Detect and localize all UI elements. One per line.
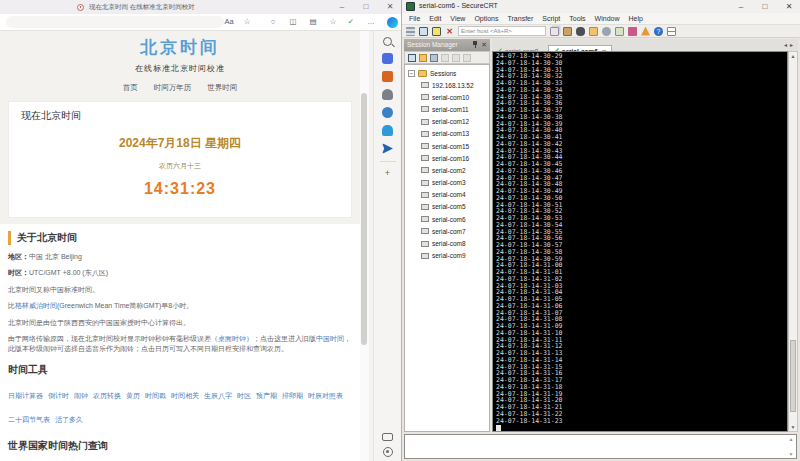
screenshot-icon[interactable]: [382, 433, 393, 441]
gmt-link[interactable]: 格林威治时间: [15, 302, 57, 309]
find-icon[interactable]: [576, 27, 585, 36]
connect-session-icon[interactable]: [408, 54, 416, 62]
session-tree-item[interactable]: serial-com3: [405, 177, 489, 189]
cloud-icon[interactable]: [382, 125, 393, 136]
menu-item[interactable]: Options: [474, 15, 498, 22]
securecrt-close-icon[interactable]: ✕: [782, 1, 796, 12]
scroll-up-icon[interactable]: ▲: [789, 436, 794, 442]
cut-icon[interactable]: [441, 54, 449, 62]
china-time-link[interactable]: 中国时间: [316, 335, 344, 342]
session-tree-item[interactable]: serial-com15: [405, 140, 489, 152]
tool-link[interactable]: 倒计时: [48, 391, 69, 402]
split-screen-icon[interactable]: ◫: [287, 17, 299, 26]
session-tree-item[interactable]: serial-com11: [405, 103, 489, 115]
add-sidebar-icon[interactable]: +: [385, 169, 390, 178]
session-tree-item[interactable]: serial-com2: [405, 164, 489, 176]
copilot-icon[interactable]: [387, 17, 398, 28]
browser-tab[interactable]: 现在北京时间 在线标准北京时间校对: [89, 3, 195, 12]
address-bar[interactable]: [6, 16, 224, 28]
more-menu-icon[interactable]: …: [365, 17, 377, 26]
nav-link[interactable]: 时间万年历: [154, 83, 192, 92]
paste-icon[interactable]: [563, 27, 572, 36]
securecrt-maximize-icon[interactable]: □: [758, 1, 772, 12]
paper-plane-icon[interactable]: [382, 143, 393, 154]
keymap-icon[interactable]: [628, 27, 637, 36]
page-scrollbar[interactable]: [360, 31, 369, 461]
tool-link[interactable]: 活了多久: [55, 415, 83, 426]
menu-item[interactable]: Tools: [569, 15, 585, 22]
session-properties-icon[interactable]: [430, 54, 438, 62]
menu-item[interactable]: Transfer: [508, 15, 534, 22]
scroll-down-icon[interactable]: ▼: [789, 451, 794, 457]
collections-icon[interactable]: ▤: [307, 17, 319, 26]
desktop-clock-link[interactable]: 桌面时钟: [218, 335, 246, 342]
transfer-folder-icon[interactable]: [589, 27, 598, 36]
scroll-down-icon[interactable]: ▼: [789, 424, 797, 430]
new-folder-icon[interactable]: [419, 54, 427, 62]
menu-item[interactable]: Help: [628, 15, 642, 22]
tool-link[interactable]: 生辰八字: [204, 391, 232, 402]
pin-icon[interactable]: [472, 41, 478, 48]
session-tree-item[interactable]: serial-com9: [405, 250, 489, 262]
command-window[interactable]: ▲ ▼: [404, 434, 797, 459]
tab-scroll-arrows[interactable]: ◂▸: [784, 41, 796, 48]
tool-link[interactable]: 时辰对照表: [308, 391, 343, 402]
search-icon[interactable]: [383, 37, 392, 46]
session-options-icon[interactable]: [602, 27, 611, 36]
session-tree-item[interactable]: serial-com10: [405, 91, 489, 103]
menu-item[interactable]: Script: [542, 15, 560, 22]
window-layout-icon[interactable]: [667, 27, 676, 36]
tree-expander-icon[interactable]: −: [408, 70, 415, 77]
nav-link[interactable]: 首页: [123, 83, 138, 92]
nav-link[interactable]: 世界时间: [207, 83, 237, 92]
settings-gear-icon[interactable]: [383, 447, 393, 457]
page-scrollbar-thumb[interactable]: [361, 93, 367, 345]
browser-essentials-icon[interactable]: ○: [267, 17, 279, 26]
disconnect-icon[interactable]: ✕: [445, 27, 454, 36]
help-icon[interactable]: ?: [654, 27, 663, 36]
tools-gear-icon[interactable]: [382, 107, 393, 118]
people-icon[interactable]: [382, 89, 393, 100]
tool-link[interactable]: 时间相关: [171, 391, 199, 402]
session-tree-item[interactable]: serial-com6: [405, 213, 489, 225]
session-tree-item[interactable]: serial-com4: [405, 189, 489, 201]
session-tree-item[interactable]: serial-com16: [405, 152, 489, 164]
tag-icon[interactable]: [382, 53, 393, 64]
browser-maximize-icon[interactable]: □: [359, 1, 373, 13]
menu-item[interactable]: View: [450, 15, 465, 22]
menu-item[interactable]: Window: [595, 15, 620, 22]
browser-close-icon[interactable]: ✕: [383, 1, 397, 13]
browser-minimize-icon[interactable]: –: [335, 1, 349, 13]
menu-item[interactable]: Edit: [429, 15, 441, 22]
tool-link[interactable]: 时区: [237, 391, 251, 402]
connect-icon[interactable]: [419, 27, 428, 36]
menu-item[interactable]: File: [409, 15, 420, 22]
session-tree-item[interactable]: serial-com7: [405, 225, 489, 237]
favorites-icon[interactable]: ☆: [241, 17, 253, 26]
session-tree-item[interactable]: serial-com12: [405, 116, 489, 128]
session-tree-item[interactable]: serial-com5: [405, 201, 489, 213]
session-tree-item[interactable]: 192.168.13.52: [405, 79, 489, 91]
tool-link[interactable]: 黄历: [126, 391, 140, 402]
sync-icon[interactable]: ✓: [345, 17, 357, 26]
session-tree-item[interactable]: serial-com8: [405, 237, 489, 249]
paste-session-icon[interactable]: [463, 54, 471, 62]
copy-icon[interactable]: [550, 27, 559, 36]
tool-link[interactable]: 时间戳: [145, 391, 166, 402]
run-script-icon[interactable]: [615, 27, 624, 36]
session-manager-toggle-icon[interactable]: [406, 27, 415, 36]
securecrt-minimize-icon[interactable]: –: [734, 1, 748, 12]
panel-close-icon[interactable]: ✕: [481, 41, 487, 49]
tool-link[interactable]: 二十四节气表: [8, 415, 50, 426]
tool-link[interactable]: 排卵期: [282, 391, 303, 402]
sessions-root[interactable]: − Sessions: [405, 67, 489, 79]
command-window-scrollbar[interactable]: ▲ ▼: [787, 436, 795, 457]
tool-link[interactable]: 预产期: [256, 391, 277, 402]
copy-session-icon[interactable]: [452, 54, 460, 62]
tool-link[interactable]: 日期计算器: [8, 391, 43, 402]
host-input[interactable]: Enter host <Alt+R>: [458, 26, 546, 36]
terminal-scrollbar[interactable]: ▲ ▼: [788, 51, 798, 432]
tool-link[interactable]: 农历转换: [93, 391, 121, 402]
read-aloud-icon[interactable]: Aa: [223, 17, 235, 26]
upload-icon[interactable]: [641, 27, 650, 36]
